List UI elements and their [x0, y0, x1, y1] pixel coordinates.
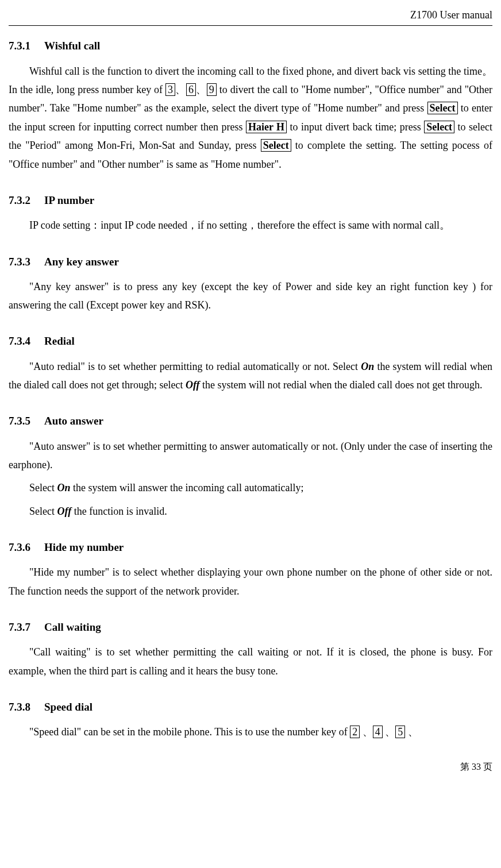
heading-ip-number: 7.3.2IP number	[9, 191, 492, 210]
section-title: Speed dial	[44, 701, 93, 713]
paragraph-ip-number: IP code setting：input IP code needed，if …	[9, 216, 492, 234]
section-title: Any key answer	[44, 256, 119, 268]
text: to input divert back time; press	[287, 121, 424, 133]
off-label: Off	[57, 506, 71, 517]
text: "Speed dial" can be set in the mobile ph…	[29, 726, 350, 738]
on-label: On	[361, 361, 374, 372]
section-speed-dial: 7.3.8Speed dial "Speed dial" can be set …	[9, 697, 492, 742]
heading-hide-my-number: 7.3.6Hide my number	[9, 538, 492, 557]
section-number: 7.3.4	[9, 331, 30, 351]
section-number: 7.3.5	[9, 411, 30, 431]
text: IP code setting：input IP code needed，if …	[29, 219, 450, 231]
separator: 、	[405, 726, 418, 738]
page-footer: 第 33 页	[9, 759, 492, 776]
page-number: 第 33 页	[460, 762, 492, 771]
section-ip-number: 7.3.2IP number IP code setting：input IP …	[9, 191, 492, 235]
heading-call-waiting: 7.3.7Call waiting	[9, 618, 492, 637]
separator: 、	[383, 726, 396, 738]
key-2: 2	[350, 726, 360, 738]
section-any-key-answer: 7.3.3Any key answer "Any key answer" is …	[9, 252, 492, 315]
text: the system will not redial when the dial…	[200, 379, 483, 391]
section-title: Auto answer	[44, 415, 103, 427]
separator: 、	[196, 84, 207, 95]
select-button-label: Select	[424, 121, 454, 133]
text: the function is invalid.	[71, 506, 167, 517]
section-number: 7.3.8	[9, 697, 30, 717]
heading-wishful-call: 7.3.1Wishful call	[9, 36, 492, 56]
paragraph-redial: "Auto redial" is to set whether permitti…	[9, 357, 492, 395]
section-title: IP number	[44, 194, 94, 206]
section-title: Redial	[44, 335, 75, 347]
key-3: 3	[165, 83, 175, 96]
key-4: 4	[373, 726, 383, 738]
section-title: Hide my number	[44, 541, 124, 553]
paragraph-auto-answer-2: Select On the system will answer the inc…	[9, 479, 492, 497]
key-5: 5	[395, 726, 405, 738]
section-number: 7.3.6	[9, 538, 30, 557]
section-number: 7.3.1	[9, 36, 30, 56]
section-auto-answer: 7.3.5Auto answer "Auto answer" is to set…	[9, 411, 492, 520]
key-9: 9	[207, 83, 217, 96]
separator: 、	[175, 84, 186, 95]
paragraph-auto-answer-3: Select Off the function is invalid.	[9, 502, 492, 520]
page-header: Z1700 User manual	[9, 6, 492, 26]
paragraph-any-key-answer: "Any key answer" is to press any key (ex…	[9, 277, 492, 315]
text: Select	[29, 482, 57, 493]
paragraph-speed-dial: "Speed dial" can be set in the mobile ph…	[9, 723, 492, 741]
section-title: Call waiting	[44, 621, 101, 633]
section-title: Wishful call	[44, 40, 100, 52]
separator: 、	[360, 726, 373, 738]
section-call-waiting: 7.3.7Call waiting "Call waiting" is to s…	[9, 618, 492, 680]
haier-h-button-label: Haier H	[246, 121, 287, 133]
manual-title: Z1700 User manual	[410, 9, 492, 21]
section-number: 7.3.7	[9, 618, 30, 637]
heading-speed-dial: 7.3.8Speed dial	[9, 697, 492, 717]
heading-any-key-answer: 7.3.3Any key answer	[9, 252, 492, 272]
select-button-label: Select	[427, 102, 458, 114]
paragraph-call-waiting: "Call waiting" is to set whether permitt…	[9, 643, 492, 680]
select-button-label: Select	[261, 139, 291, 152]
heading-redial: 7.3.4Redial	[9, 331, 492, 351]
paragraph-wishful-call: Wishful call is the function to divert t…	[9, 62, 492, 173]
text: the system will answer the incoming call…	[71, 482, 304, 493]
heading-auto-answer: 7.3.5Auto answer	[9, 411, 492, 431]
paragraph-hide-my-number: "Hide my number" is to select whether di…	[9, 563, 492, 600]
section-redial: 7.3.4Redial "Auto redial" is to set whet…	[9, 331, 492, 394]
paragraph-auto-answer-1: "Auto answer" is to set whether permitti…	[9, 437, 492, 474]
key-6: 6	[186, 83, 196, 96]
text: "Auto redial" is to set whether permitti…	[29, 361, 361, 372]
section-number: 7.3.3	[9, 252, 30, 272]
section-number: 7.3.2	[9, 191, 30, 210]
off-label: Off	[186, 379, 200, 391]
section-hide-my-number: 7.3.6Hide my number "Hide my number" is …	[9, 538, 492, 600]
section-wishful-call: 7.3.1Wishful call Wishful call is the fu…	[9, 36, 492, 173]
on-label: On	[57, 482, 70, 493]
text: Select	[29, 506, 57, 517]
